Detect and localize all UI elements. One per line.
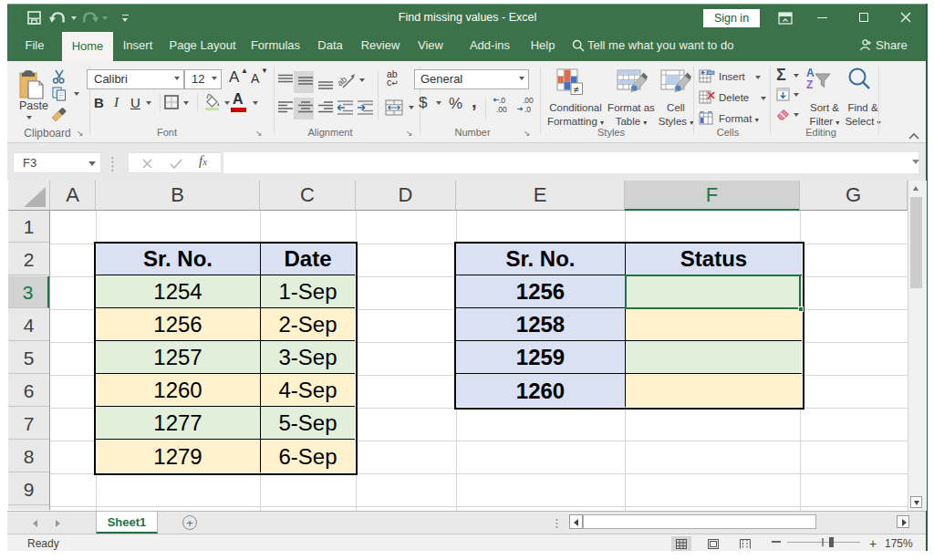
svg-text:.00: .00 [523,96,534,105]
svg-text:.00: .00 [496,105,507,114]
svg-text:.0: .0 [499,96,505,105]
svg-text:A: A [806,67,815,79]
svg-text:Z: Z [806,78,813,91]
svg-text:≠: ≠ [574,84,579,95]
svg-text:ab: ab [338,74,348,88]
svg-text:.0: .0 [524,105,531,114]
